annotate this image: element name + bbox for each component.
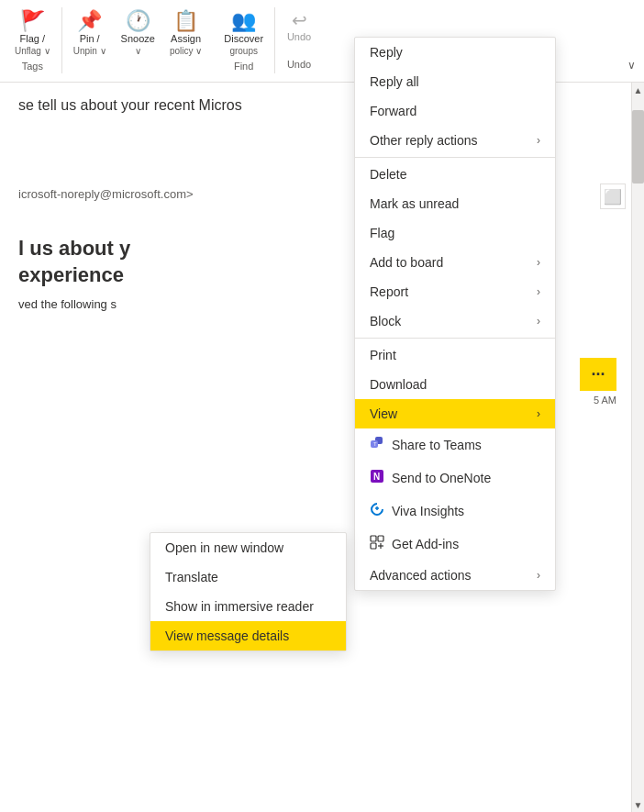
find-group-label: Find: [234, 61, 253, 75]
print-label: Print: [370, 348, 396, 362]
delete-label: Delete: [370, 167, 406, 182]
menu-item-delete[interactable]: Delete: [355, 160, 555, 189]
svg-rect-6: [378, 536, 383, 541]
viva-insights-label: Viva Insights: [392, 504, 464, 518]
chevron-right-icon: ›: [537, 134, 540, 147]
other-reply-actions-label: Other reply actions: [370, 133, 478, 148]
svg-rect-7: [371, 543, 376, 549]
flag-label: Flag: [370, 226, 394, 240]
undo-label: Undo: [287, 31, 311, 43]
expand-reading-pane-button[interactable]: ⬜: [600, 184, 626, 209]
menu-item-flag[interactable]: Flag: [355, 218, 555, 248]
show-in-immersive-reader-label: Show in immersive reader: [165, 599, 314, 614]
menu-item-translate[interactable]: Translate: [150, 562, 346, 592]
svg-rect-5: [371, 536, 376, 541]
menu-item-view-message-details[interactable]: View message details: [150, 621, 346, 651]
get-add-ins-icon: [370, 535, 384, 553]
add-to-board-label: Add to board: [370, 255, 443, 270]
ribbon-group-find: 👥 Discovergroups Find: [213, 7, 275, 73]
menu-item-reply-all[interactable]: Reply all: [355, 67, 555, 96]
teams-icon: T: [370, 436, 384, 454]
menu-item-reply[interactable]: Reply: [355, 38, 555, 67]
assign-policy-button[interactable]: 📋 Assignpolicy ∨: [164, 7, 207, 61]
forward-label: Forward: [370, 104, 416, 118]
undo-icon: ↩: [292, 11, 307, 29]
flag-icon: 🚩: [20, 11, 45, 31]
undo-button[interactable]: ↩ Undo: [281, 7, 317, 47]
menu-item-share-to-teams[interactable]: T Share to Teams: [355, 428, 555, 462]
menu-item-forward[interactable]: Forward: [355, 96, 555, 126]
discover-groups-icon: 👥: [231, 11, 256, 31]
discover-groups-label: Discovergroups: [224, 33, 263, 57]
context-menu-secondary: Open in new window Translate Show in imm…: [150, 532, 347, 651]
menu-item-open-in-new-window[interactable]: Open in new window: [150, 533, 346, 562]
chevron-down-icon: ∨: [627, 59, 636, 72]
svg-text:N: N: [373, 472, 380, 482]
menu-item-mark-as-unread[interactable]: Mark as unread: [355, 189, 555, 218]
menu-item-send-to-onenote[interactable]: N Send to OneNote: [355, 462, 555, 495]
tags-group-label: Tags: [22, 61, 43, 75]
menu-item-download[interactable]: Download: [355, 370, 555, 399]
viva-insights-icon: [370, 502, 384, 520]
reply-label: Reply: [370, 45, 403, 60]
chevron-right-icon: ›: [537, 285, 540, 298]
scrollbar-thumb[interactable]: [632, 110, 644, 184]
snooze-label: Snooze∨: [121, 33, 155, 57]
scrollbar[interactable]: ▲ ▼: [631, 83, 644, 812]
block-label: Block: [370, 314, 401, 328]
menu-item-show-in-immersive-reader[interactable]: Show in immersive reader: [150, 592, 346, 621]
ellipsis-icon: ···: [591, 365, 605, 384]
menu-item-view[interactable]: View ›: [355, 399, 555, 428]
menu-item-viva-insights[interactable]: Viva Insights: [355, 495, 555, 528]
translate-label: Translate: [165, 570, 218, 584]
chevron-right-icon: ›: [537, 407, 540, 420]
mark-as-unread-label: Mark as unread: [370, 196, 459, 211]
flag-unflag-label: Flag /Unflag ∨: [15, 33, 50, 57]
sticky-note-button[interactable]: ···: [580, 358, 616, 391]
menu-item-block[interactable]: Block ›: [355, 306, 555, 336]
ribbon-group-actions: 📌 Pin /Unpin ∨ 🕐 Snooze∨ 📋 Assignpolicy …: [62, 7, 214, 73]
menu-item-advanced-actions[interactable]: Advanced actions ›: [355, 561, 555, 590]
ribbon-group-tags: 🚩 Flag /Unflag ∨ Tags: [4, 7, 62, 73]
advanced-actions-label: Advanced actions: [370, 568, 472, 583]
flag-unflag-button[interactable]: 🚩 Flag /Unflag ∨: [9, 7, 56, 61]
menu-item-other-reply-actions[interactable]: Other reply actions ›: [355, 126, 555, 155]
menu-item-print[interactable]: Print: [355, 340, 555, 370]
assign-icon: 📋: [173, 11, 198, 31]
email-time: 5 AM: [594, 395, 616, 406]
context-menu-main: Reply Reply all Forward Other reply acti…: [354, 37, 556, 591]
chevron-right-icon: ›: [537, 315, 540, 328]
undo-group-label: Undo: [287, 59, 311, 73]
reply-all-label: Reply all: [370, 74, 419, 89]
chevron-right-icon: ›: [537, 256, 540, 269]
menu-divider-1: [355, 157, 555, 158]
report-label: Report: [370, 284, 408, 299]
scroll-up-button[interactable]: ▲: [632, 83, 644, 97]
menu-item-get-add-ins[interactable]: Get Add-ins: [355, 528, 555, 561]
send-to-onenote-label: Send to OneNote: [392, 471, 491, 485]
chevron-right-icon: ›: [537, 569, 540, 582]
snooze-button[interactable]: 🕐 Snooze∨: [116, 7, 161, 61]
view-label: View: [370, 406, 397, 421]
snooze-icon: 🕐: [126, 11, 150, 31]
discover-groups-button[interactable]: 👥 Discovergroups: [218, 7, 269, 61]
scroll-down-button[interactable]: ▼: [632, 797, 644, 812]
pin-unpin-button[interactable]: 📌 Pin /Unpin ∨: [68, 7, 112, 61]
svg-text:T: T: [373, 441, 377, 447]
pin-icon: 📌: [77, 11, 102, 31]
onenote-icon: N: [370, 469, 384, 487]
get-add-ins-label: Get Add-ins: [392, 537, 459, 551]
menu-divider-2: [355, 338, 555, 339]
open-in-new-window-label: Open in new window: [165, 540, 283, 555]
ribbon-expand-button[interactable]: ∨: [622, 56, 640, 74]
share-to-teams-label: Share to Teams: [392, 438, 482, 452]
download-label: Download: [370, 377, 427, 392]
menu-item-add-to-board[interactable]: Add to board ›: [355, 248, 555, 277]
menu-item-report[interactable]: Report ›: [355, 277, 555, 306]
ribbon-group-undo: ↩ Undo Undo: [275, 7, 323, 73]
expand-icon: ⬜: [604, 188, 622, 206]
assign-label: Assignpolicy ∨: [170, 33, 202, 57]
pin-label: Pin /Unpin ∨: [73, 33, 106, 57]
view-message-details-label: View message details: [165, 628, 289, 643]
